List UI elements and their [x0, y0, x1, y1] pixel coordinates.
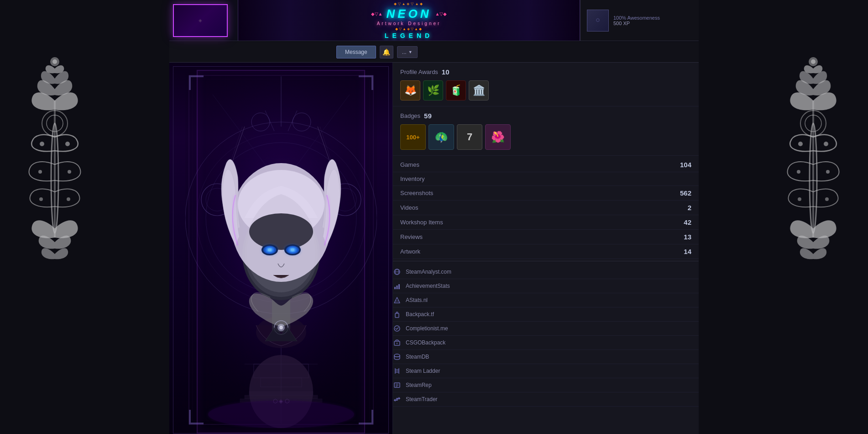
badges-count: 59 — [424, 112, 432, 120]
badges-header: Badges 59 — [400, 112, 691, 120]
banner-dots-top: ◆▽▲◈▽▲◆ — [371, 2, 447, 6]
awesomeness-label: 100% Awesomeness — [613, 15, 660, 21]
stat-videos[interactable]: Videos 2 — [393, 201, 699, 215]
main-container: ◈ ◆▽▲◈▽▲◆ ◆▽▲ NEON ▲▽◆ Artwork Designer — [0, 0, 868, 434]
steamrep-label: SteamRep — [406, 382, 432, 388]
link-steamtrader[interactable]: SteamTrader — [393, 392, 699, 407]
svg-point-17 — [798, 142, 803, 146]
stat-artwork-label: Artwork — [400, 248, 420, 255]
stat-videos-label: Videos — [400, 204, 418, 211]
svg-point-21 — [798, 197, 801, 201]
svg-rect-83 — [398, 284, 400, 289]
stat-inventory[interactable]: Inventory — [393, 172, 699, 186]
stat-screenshots-value: 562 — [680, 189, 691, 197]
link-backpacktf[interactable]: Backpack.tf — [393, 307, 699, 322]
csgobackpack-label: CSGOBackpack — [406, 339, 445, 346]
stat-inventory-label: Inventory — [400, 175, 424, 182]
badges-row: 100+ 🦚 7 🌺 — [400, 124, 691, 150]
stat-videos-value: 2 — [688, 204, 691, 212]
right-panel: Profile Awards 10 🦊 🌿 🧃 🏛️ Badges 59 — [393, 63, 699, 434]
more-button[interactable]: ... ▼ — [397, 46, 418, 58]
banner-subtitle: Artwork Designer — [371, 21, 447, 26]
svg-rect-82 — [397, 286, 398, 289]
artwork-panel: ⬡ ◈ ⬡ — [169, 63, 393, 434]
link-steamdb[interactable]: SteamDB — [393, 350, 699, 364]
xp-value: 500 XP — [613, 21, 660, 26]
profile-awards-label: Profile Awards — [400, 69, 438, 75]
svg-point-77 — [208, 401, 354, 428]
link-completionist[interactable]: Completionist.me — [393, 322, 699, 336]
gift-button[interactable]: 🔔 — [380, 46, 393, 58]
awards-row: 🦊 🌿 🧃 🏛️ — [400, 80, 691, 101]
link-steamladder[interactable]: Steam Ladder — [393, 364, 699, 378]
avatar-area: ◈ — [169, 0, 238, 41]
svg-rect-81 — [394, 287, 396, 289]
steamdb-icon — [393, 353, 401, 361]
link-achievementstats[interactable]: AchievementStats — [393, 279, 699, 293]
link-steamrep[interactable]: SteamRep — [393, 378, 699, 392]
achievementstats-label: AchievementStats — [406, 283, 450, 289]
csgobackpack-icon — [393, 339, 401, 347]
stat-screenshots-label: Screenshots — [400, 190, 433, 196]
stat-games-label: Games — [400, 161, 419, 168]
backpacktf-label: Backpack.tf — [406, 311, 434, 318]
character-artwork: ⬡ ◈ ⬡ — [185, 72, 377, 428]
stat-artwork-value: 14 — [684, 248, 691, 255]
award-item-1[interactable]: 🌿 — [423, 80, 443, 101]
steamanalyst-label: SteamAnalyst.com — [406, 269, 451, 275]
banner-title: NEON — [386, 7, 431, 21]
chevron-down-icon: ▼ — [408, 50, 413, 54]
stat-reviews[interactable]: Reviews 13 — [393, 230, 699, 244]
svg-rect-3 — [54, 101, 56, 238]
action-buttons-row: Message 🔔 ... ▼ — [169, 42, 699, 63]
completionist-label: Completionist.me — [406, 325, 448, 332]
award-item-0[interactable]: 🦊 — [400, 80, 420, 101]
link-csgobackpack[interactable]: CSGOBackpack — [393, 336, 699, 350]
svg-point-23 — [811, 59, 816, 64]
link-astats[interactable]: AStats.nl — [393, 293, 699, 307]
svg-point-20 — [825, 197, 829, 201]
profile-awards-header: Profile Awards 10 — [400, 68, 691, 76]
award-item-3[interactable]: 🏛️ — [469, 80, 489, 101]
message-button[interactable]: Message — [336, 46, 376, 58]
steamladder-label: Steam Ladder — [406, 368, 440, 374]
steamtrader-label: SteamTrader — [406, 396, 438, 402]
svg-point-67 — [261, 244, 278, 255]
profile-awards-section: Profile Awards 10 🦊 🌿 🧃 🏛️ — [393, 63, 699, 106]
badge-item-3[interactable]: 🌺 — [485, 124, 511, 150]
more-label: ... — [402, 49, 407, 55]
svg-point-7 — [68, 170, 71, 174]
svg-rect-85 — [395, 313, 399, 318]
level-badge: ⬡ — [587, 10, 609, 32]
svg-point-5 — [65, 142, 70, 146]
stat-workshop-items[interactable]: Workshop Items 42 — [393, 215, 699, 230]
svg-point-8 — [39, 197, 43, 201]
award-item-2[interactable]: 🧃 — [446, 80, 466, 101]
svg-point-73 — [284, 244, 301, 255]
backpacktf-icon — [393, 310, 401, 318]
svg-point-4 — [40, 142, 44, 146]
achievementstats-icon — [393, 282, 401, 290]
stat-games[interactable]: Games 104 — [393, 158, 699, 172]
badge-item-2[interactable]: 7 — [457, 124, 482, 150]
link-steamanalyst[interactable]: SteamAnalyst.com — [393, 265, 699, 279]
stats-list: Games 104 Inventory Screenshots 562 Vide… — [393, 156, 699, 261]
stat-reviews-label: Reviews — [400, 233, 423, 240]
badge-item-0[interactable]: 100+ — [400, 124, 426, 150]
xp-area: ⬡ 100% Awesomeness 500 XP — [580, 0, 699, 41]
avatar[interactable]: ◈ — [173, 4, 228, 37]
stat-artwork[interactable]: Artwork 14 — [393, 244, 699, 259]
svg-point-9 — [67, 197, 70, 201]
svg-point-16 — [824, 142, 828, 146]
svg-point-19 — [797, 170, 800, 174]
svg-text:⬡ ◈ ⬡: ⬡ ◈ ⬡ — [273, 398, 289, 404]
badge-item-1[interactable]: 🦚 — [429, 124, 454, 150]
svg-point-76 — [279, 326, 283, 329]
svg-point-61 — [249, 213, 313, 250]
badges-section: Badges 59 100+ 🦚 7 🌺 — [393, 106, 699, 156]
profile-banner: ◆▽▲◈▽▲◆ ◆▽▲ NEON ▲▽◆ Artwork Designer ◆▽… — [238, 0, 580, 41]
svg-point-11 — [52, 59, 57, 64]
steamladder-icon — [393, 367, 401, 375]
external-links-section: SteamAnalyst.com AchievementStats AStats… — [393, 261, 699, 410]
stat-screenshots[interactable]: Screenshots 562 — [393, 186, 699, 201]
